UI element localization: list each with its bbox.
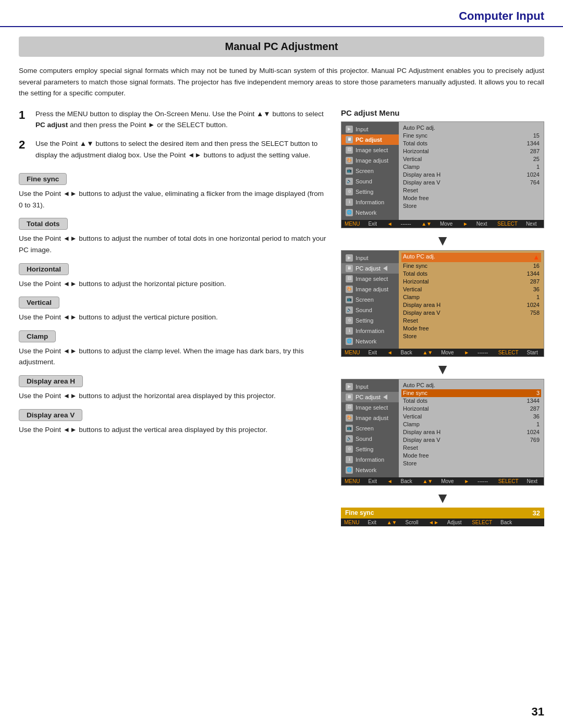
clamp-desc: Use the Point ◄► buttons to adjust the c… xyxy=(19,346,326,368)
info-icon: ℹ xyxy=(346,199,353,206)
menu3-left-network: 🌐Network xyxy=(341,465,399,475)
menu2-left-setting: ⚙Setting xyxy=(341,315,399,326)
menu2-bar: MENUExit ◄Back ▲▼Move ►------ SELECTStar… xyxy=(341,349,544,356)
horizontal-desc: Use the Point ◄► buttons to adjust the h… xyxy=(19,278,326,290)
menu3-row-horizontal: Horizontal287 xyxy=(403,405,540,413)
menu1-row-vertical: Vertical25 xyxy=(403,155,540,163)
display-area-v-desc: Use the Point ◄► buttons to adjust the v… xyxy=(19,424,326,436)
setting-icon: ⚙ xyxy=(346,188,353,195)
info-icon2: ℹ xyxy=(346,327,353,335)
menu1-left-input: ▶Input xyxy=(341,124,399,134)
imageselect-icon: 🖼 xyxy=(346,146,353,154)
menu2-row-horizontal: Horizontal287 xyxy=(403,278,540,286)
menu1-row-displayh: Display area H1024 xyxy=(403,171,540,179)
menu3-left-imageadjust: 🎨Image adjust xyxy=(341,413,399,423)
menu3-row-store: Store xyxy=(403,460,540,467)
page-header: Computer Input xyxy=(0,0,563,27)
imageadjust-icon3: 🎨 xyxy=(346,414,353,422)
menu2-row-displayh: Display area H1024 xyxy=(403,301,540,309)
menu3-row-autoadj: Auto PC adj. xyxy=(403,381,540,389)
menu2-left-information: ℹInformation xyxy=(341,326,399,336)
step-2-number: 2 xyxy=(19,138,30,161)
menu-screenshot-2: ▶Input 🖥PC adjust 🖼Image select 🎨Image a… xyxy=(341,250,544,357)
right-column: PC adjust Menu ▶Input 🖥PC adjust 🖼Image … xyxy=(341,108,544,526)
arrow-icon3 xyxy=(383,394,387,400)
menu2-row-store: Store xyxy=(403,332,540,340)
fine-sync-label: Fine sync xyxy=(19,173,67,185)
menu1-left-screen: 📺Screen xyxy=(341,166,399,176)
input-icon2: ▶ xyxy=(346,254,353,262)
menu3-left-pcadjust: 🖥PC adjust xyxy=(341,392,399,402)
intro-text: Some computers employ special signal for… xyxy=(19,65,544,99)
menu1-row-store: Store xyxy=(403,202,540,210)
menu2-left-screen: 📺Screen xyxy=(341,294,399,305)
menu3-row-finesync: Fine sync3 xyxy=(401,389,541,397)
sound-icon: 🔊 xyxy=(346,178,353,185)
imageselect-icon3: 🖼 xyxy=(346,404,353,411)
menu1-left-imageadjust: 🎨Image adjust xyxy=(341,155,399,166)
fine-sync-bar-value: 32 xyxy=(533,509,540,517)
step-1-number: 1 xyxy=(19,108,30,131)
display-area-v-section: Display area V Use the Point ◄► buttons … xyxy=(19,404,326,436)
menu2-left-input: ▶Input xyxy=(341,253,399,263)
fine-sync-desc: Use the Point ◄► buttons to adjust the v… xyxy=(19,188,326,211)
menu2-row-reset: Reset xyxy=(403,317,540,325)
arrow-1: ▼ xyxy=(341,233,544,248)
menu1-left: ▶Input 🖥PC adjust 🖼Image select 🎨Image a… xyxy=(341,122,399,220)
pcadjust-icon: 🖥 xyxy=(346,136,353,143)
menu3-left-imageselect: 🖼Image select xyxy=(341,402,399,413)
header-title: Computer Input xyxy=(19,9,544,23)
input-icon: ▶ xyxy=(346,126,353,133)
screen-icon: 📺 xyxy=(346,167,353,175)
menu3-left-information: ℹInformation xyxy=(341,454,399,465)
menu1-left-information: ℹInformation xyxy=(341,197,399,207)
menu3-row-clamp: Clamp1 xyxy=(403,421,540,428)
menu1-row-displayv: Display area V764 xyxy=(403,179,540,187)
network-icon3: 🌐 xyxy=(346,466,353,474)
pcadjust-icon3: 🖥 xyxy=(346,393,353,401)
menu1-row-totaldots: Total dots1344 xyxy=(403,140,540,147)
menu2-left-network: 🌐Network xyxy=(341,336,399,347)
vertical-desc: Use the Point ◄► buttons to adjust the v… xyxy=(19,312,326,323)
imageadjust-icon2: 🎨 xyxy=(346,286,353,293)
display-area-h-desc: Use the Point ◄► buttons to adjust the h… xyxy=(19,390,326,402)
input-icon3: ▶ xyxy=(346,383,353,390)
menu3-row-totaldots: Total dots1344 xyxy=(403,397,540,405)
imageadjust-icon: 🎨 xyxy=(346,157,353,164)
menu1-row-clamp: Clamp1 xyxy=(403,163,540,171)
menu1-bar: MENUExit ◄------ ▲▼Move ►Next SELECTNext xyxy=(341,220,544,228)
menu3-left-setting: ⚙Setting xyxy=(341,444,399,454)
menu1-left-setting: ⚙Setting xyxy=(341,187,399,197)
menu2-left-pcadjust: 🖥PC adjust xyxy=(341,263,399,274)
display-area-h-section: Display area H Use the Point ◄► buttons … xyxy=(19,370,326,402)
pcadjust-icon2: 🖥 xyxy=(346,265,353,272)
menu1-row-horizontal: Horizontal287 xyxy=(403,147,540,155)
menu2-row-totaldots: Total dots1344 xyxy=(403,270,540,278)
fine-sync-bar: Fine sync 32 xyxy=(341,508,544,519)
horizontal-label: Horizontal xyxy=(19,263,69,275)
screen-icon2: 📺 xyxy=(346,296,353,303)
arrow-icon2 xyxy=(383,266,387,271)
arrow-3: ▼ xyxy=(341,491,544,505)
network-icon: 🌐 xyxy=(346,209,353,216)
menu3-row-displayv: Display area V769 xyxy=(403,436,540,444)
menu2-right: Auto PC adj. ▲ Fine sync16 Total dots134… xyxy=(399,251,544,349)
menu2-row-vertical: Vertical36 xyxy=(403,286,540,293)
pc-menu-heading: PC adjust Menu xyxy=(341,108,544,117)
menu-screenshot-1: ▶Input 🖥PC adjust 🖼Image select 🎨Image a… xyxy=(341,121,544,228)
menu1-row-modefree: Mode free xyxy=(403,194,540,202)
total-dots-desc: Use the Point ◄► buttons to adjust the n… xyxy=(19,233,326,255)
menu2-row-clamp: Clamp1 xyxy=(403,293,540,301)
menu3-row-reset: Reset xyxy=(403,444,540,452)
screen-icon3: 📺 xyxy=(346,425,353,432)
page-number: 31 xyxy=(532,705,544,719)
setting-icon3: ⚙ xyxy=(346,446,353,453)
menu2-left: ▶Input 🖥PC adjust 🖼Image select 🎨Image a… xyxy=(341,251,399,349)
sound-icon2: 🔊 xyxy=(346,306,353,314)
fine-sync-bar-label: Fine sync xyxy=(345,509,374,516)
fine-sync-bottom-bar: MENUExit ▲▼Scroll ◄►Adjust SELECTBack xyxy=(341,519,544,526)
menu2-row-modefree: Mode free xyxy=(403,325,540,332)
total-dots-section: Total dots Use the Point ◄► buttons to a… xyxy=(19,213,326,255)
menu1-left-network: 🌐Network xyxy=(341,207,399,218)
menu3-right: Auto PC adj. Fine sync3 Total dots1344 H… xyxy=(399,379,544,477)
